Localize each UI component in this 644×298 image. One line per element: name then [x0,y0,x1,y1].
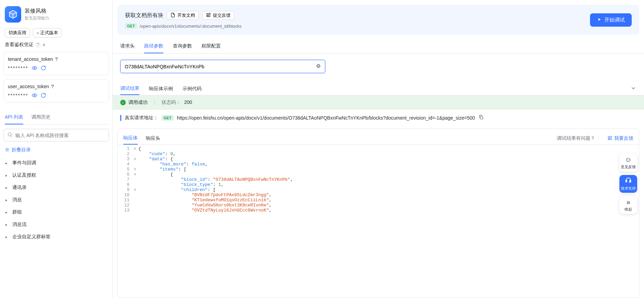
float-feedback-button[interactable]: ☺ 意见反馈 [619,154,637,172]
float-collapse-button[interactable]: » 收起 [619,196,637,214]
fold-toggle[interactable]: ∨ [132,172,138,176]
token-masked-value: ******** [8,65,28,71]
line-number: 13 [118,208,132,213]
tab-response-headers[interactable]: 响应头 [146,133,160,144]
line-number: 10 [118,192,132,198]
tab-response-example[interactable]: 响应体示例 [149,83,173,95]
code-line: 8 "block_type": 1, [118,182,639,187]
path-param-input-wrap[interactable] [120,60,325,73]
collapse-all-link[interactable]: 折叠目录 [3,146,109,154]
line-number: 7 [118,177,132,182]
chevron-right-icon: ▸ [5,173,10,178]
tab-response-body[interactable]: 响应体 [123,132,138,145]
main-content: 获取文档所有块 开发文档 提交反馈 GET /open-apis/docx/v1… [113,0,644,298]
api-title: 获取文档所有块 [125,12,163,19]
svg-rect-8 [626,180,627,182]
category-label: 认证及授权 [12,172,36,178]
smile-icon: ☺ [625,156,632,164]
feedback-link[interactable]: 我要反馈 [607,135,633,141]
switch-app-button[interactable]: 切换应用 [5,28,30,38]
line-number: 4 [118,162,132,167]
tab-history[interactable]: 调用历史 [31,111,51,124]
code-line: 2 "code": 0, [118,151,639,157]
eye-icon[interactable] [32,65,37,71]
tab-permission-config[interactable]: 权限配置 [202,40,221,53]
code-line: 9∨ "children": [ [118,187,639,192]
category-list: ▸事件与回调▸认证及授权▸通讯录▸消息▸群组▸消息流▸企业自定义群标签 [3,157,109,243]
svg-point-0 [34,67,35,69]
token-name: user_access_token [8,84,49,89]
fold-toggle[interactable]: ∨ [132,167,138,171]
svg-point-2 [8,133,11,136]
category-item[interactable]: ▸消息流 [3,219,109,230]
chevron-up-icon: ∧ [42,42,45,47]
auth-section-title[interactable]: 查看鉴权凭证 ? ∧ [3,38,109,50]
tab-path-params[interactable]: 路径参数 [144,40,163,53]
code-line: 3∨ "data": { [118,157,639,162]
refresh-icon[interactable] [41,65,46,71]
chevron-right-icon: ▸ [5,161,10,165]
help-icon[interactable]: ? [51,84,54,89]
app-header: 装修风格 暂无应用能力 [3,3,109,25]
code-content: "OVZtdTNyLoyl6JxhGCcc6WvrnoK", [138,208,272,213]
chevron-right-icon: ▸ [5,222,10,227]
response-code-view[interactable]: 1∨{2 "code": 0,3∨ "data": {4 "has_more":… [118,145,639,298]
category-label: 消息流 [12,221,27,228]
category-item[interactable]: ▸消息 [3,194,109,206]
eye-icon[interactable] [32,93,37,98]
help-icon[interactable]: ? [55,56,58,62]
category-item[interactable]: ▸通讯录 [3,182,109,193]
tab-query-params[interactable]: 查询参数 [173,40,192,53]
category-label: 事件与回调 [12,160,36,166]
api-path: /open-apis/docx/v1/documents/:document_i… [140,24,242,29]
chevron-right-icon: ▸ [5,210,10,215]
version-select[interactable]: ∨正式版本 [33,28,62,38]
line-number: 2 [118,151,132,157]
divider [154,100,155,105]
document-id-input[interactable] [125,64,316,69]
tab-api-list[interactable]: API 列表 [5,111,23,124]
category-item[interactable]: ▸事件与回调 [3,157,109,169]
category-item[interactable]: ▸企业自定义群标签 [3,231,109,243]
status-bar: ✓ 调用成功 状态码： 200 [113,95,644,110]
fold-toggle[interactable]: ∨ [132,157,138,161]
code-line: 13 "OVZtdTNyLoyl6JxhGCcc6WvrnoK", [118,208,639,213]
app-subtitle: 暂无应用能力 [25,15,49,21]
help-icon[interactable]: ? [36,42,40,47]
code-content: "block_id": "O738dALTAoNPQBxnFwNcTnYKnPb… [138,177,293,182]
search-input-wrap[interactable] [3,129,109,141]
start-debug-button[interactable]: 开始调试 [590,13,632,27]
chevron-down-icon: ∨ [37,31,39,35]
code-content: "children": [ [138,187,216,192]
line-number: 9 [118,187,132,192]
fold-toggle[interactable]: ∨ [132,187,138,192]
category-item[interactable]: ▸认证及授权 [3,170,109,181]
refresh-icon[interactable] [41,93,46,98]
tab-request-headers[interactable]: 请求头 [120,40,135,53]
tab-sample-code[interactable]: 示例代码 [182,83,202,95]
fold-toggle[interactable]: ∨ [132,146,138,151]
real-url-text: https://open.feishu.cn/open-apis/docx/v1… [177,115,475,121]
clear-icon[interactable] [316,64,321,69]
tab-debug-result[interactable]: 调试结果 [120,83,139,95]
chevron-double-right-icon: » [626,198,630,206]
search-input[interactable] [15,133,105,138]
submit-feedback-button[interactable]: 提交反馈 [202,11,234,20]
dev-docs-button[interactable]: 开发文档 [167,11,199,20]
chevron-right-icon: ▸ [5,235,10,239]
api-header: 获取文档所有块 开发文档 提交反馈 GET /open-apis/docx/v1… [118,5,639,35]
status-code-value: 200 [184,99,192,105]
app-icon [5,6,21,23]
line-number: 5 [118,167,132,172]
expand-icon[interactable] [630,85,636,93]
float-support-button[interactable]: 技术支持 [619,175,637,193]
token-masked-value: ******** [8,93,28,98]
category-item[interactable]: ▸群组 [3,206,109,218]
feedback-question: 调试结果有问题？ [557,135,595,141]
category-label: 企业自定义群标签 [12,234,51,240]
copy-icon[interactable] [478,114,484,121]
code-line: 11 "KT1edewxfoMO1qxOzzEcCiiLnib", [118,198,639,203]
code-line: 4 "has_more": false, [118,162,639,167]
response-panel: 响应体 响应头 调试结果有问题？ 我要反馈 1∨{2 "code": 0,3∨ … [118,128,639,298]
token-name: tenant_access_token [8,56,53,62]
